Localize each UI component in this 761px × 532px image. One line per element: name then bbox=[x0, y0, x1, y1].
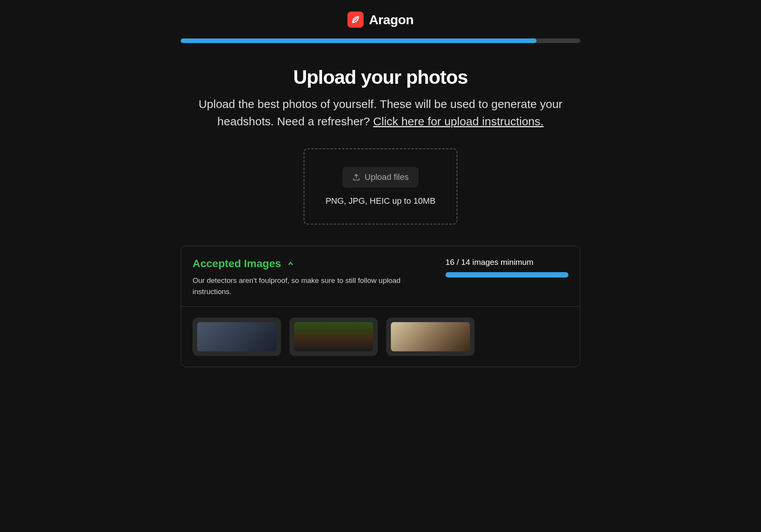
brand-logo bbox=[347, 12, 364, 28]
panel-header: Accepted Images Our detectors aren't fou… bbox=[181, 246, 580, 307]
panel-title: Accepted Images bbox=[193, 258, 281, 270]
image-count-progress bbox=[445, 272, 568, 278]
image-thumbnail[interactable] bbox=[193, 318, 281, 356]
upload-files-button[interactable]: Upload files bbox=[342, 167, 419, 188]
upload-icon bbox=[352, 173, 360, 181]
upload-dropzone[interactable]: Upload files PNG, JPG, HEIC up to 10MB bbox=[304, 148, 457, 224]
leaf-icon bbox=[351, 15, 361, 25]
accepted-file-types: PNG, JPG, HEIC up to 10MB bbox=[326, 196, 435, 206]
image-count-progress-fill bbox=[445, 272, 568, 278]
image-thumbnail[interactable] bbox=[289, 318, 378, 356]
brand-name: Aragon bbox=[369, 12, 414, 27]
upload-button-label: Upload files bbox=[365, 172, 409, 182]
panel-toggle[interactable]: Accepted Images bbox=[193, 258, 430, 270]
thumbnail-grid bbox=[181, 307, 580, 367]
image-thumbnail[interactable] bbox=[386, 318, 475, 356]
upload-instructions-link[interactable]: Click here for upload instructions. bbox=[373, 115, 544, 128]
page-subtitle: Upload the best photos of yourself. Thes… bbox=[181, 95, 580, 130]
step-progress-bar bbox=[181, 38, 580, 43]
step-progress-fill bbox=[181, 38, 537, 43]
chevron-up-icon bbox=[286, 259, 295, 268]
page-title: Upload your photos bbox=[181, 66, 580, 88]
accepted-images-panel: Accepted Images Our detectors aren't fou… bbox=[181, 246, 580, 367]
panel-subtitle: Our detectors aren't foulproof, so make … bbox=[193, 275, 408, 297]
image-count-label: 16 / 14 images minimum bbox=[445, 258, 568, 267]
app-header: Aragon bbox=[181, 12, 580, 28]
